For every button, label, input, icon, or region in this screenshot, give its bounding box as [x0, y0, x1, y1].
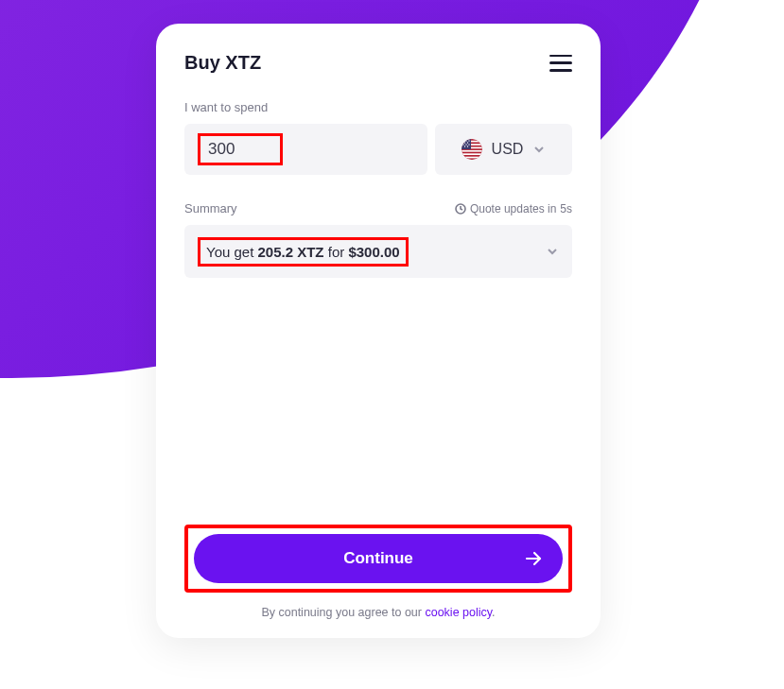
svg-point-9: [462, 140, 463, 141]
disclaimer-text: By continuing you agree to our cookie po…: [184, 606, 572, 619]
currency-code: USD: [492, 141, 524, 158]
svg-point-11: [468, 140, 469, 141]
svg-point-12: [463, 142, 464, 143]
continue-highlight: Continue: [184, 525, 572, 593]
chevron-down-icon: [546, 245, 559, 258]
svg-point-16: [468, 144, 469, 145]
arrow-right-icon: [523, 548, 544, 569]
svg-point-10: [465, 140, 466, 141]
amount-input-box[interactable]: 300: [184, 124, 427, 175]
amount-input[interactable]: 300: [198, 133, 283, 165]
spend-label: I want to spend: [184, 100, 572, 114]
continue-label: Continue: [343, 549, 413, 568]
summary-text: You get 205.2 XTZ for $300.00: [198, 237, 409, 267]
disclaimer-prefix: By continuing you agree to our: [261, 606, 425, 619]
summary-fiat-amount: $300.00: [348, 244, 399, 260]
summary-for: for: [324, 244, 349, 260]
svg-rect-7: [462, 157, 482, 159]
card-header: Buy XTZ: [184, 52, 572, 74]
svg-point-18: [466, 146, 467, 146]
summary-header: Summary Quote updates in 5s: [184, 201, 572, 215]
svg-point-14: [462, 144, 463, 145]
menu-icon[interactable]: [549, 55, 572, 72]
continue-button[interactable]: Continue: [194, 534, 563, 583]
svg-point-15: [465, 144, 466, 145]
svg-point-17: [463, 146, 464, 146]
summary-label: Summary: [184, 201, 237, 215]
disclaimer-suffix: .: [492, 606, 495, 619]
cookie-policy-link[interactable]: cookie policy: [425, 606, 492, 619]
quote-prefix: Quote updates in: [470, 202, 556, 215]
summary-crypto-amount: 205.2 XTZ: [258, 244, 324, 260]
svg-point-13: [466, 142, 467, 143]
quote-updates-text: Quote updates in 5s: [455, 202, 572, 215]
svg-rect-5: [462, 150, 482, 152]
clock-icon: [455, 203, 466, 215]
quote-time: 5s: [560, 202, 572, 215]
svg-rect-6: [462, 153, 482, 155]
currency-selector[interactable]: USD: [435, 124, 572, 175]
summary-box[interactable]: You get 205.2 XTZ for $300.00: [184, 225, 572, 278]
page-title: Buy XTZ: [184, 52, 261, 74]
chevron-down-icon: [532, 143, 546, 156]
summary-prefix: You get: [206, 244, 258, 260]
buy-card: Buy XTZ I want to spend 300: [156, 24, 601, 638]
us-flag-icon: [462, 139, 482, 160]
spend-row: 300: [184, 124, 572, 175]
